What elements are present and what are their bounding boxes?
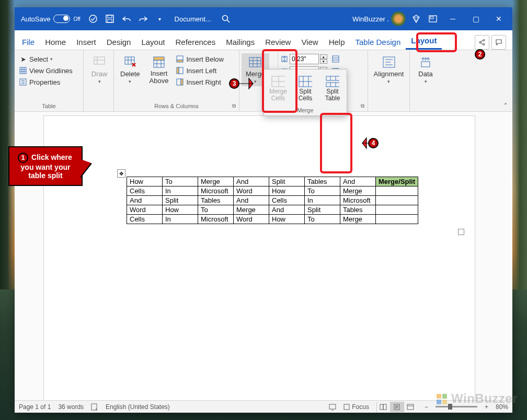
status-page[interactable]: Page 1 of 1: [19, 403, 51, 411]
insert-left-button[interactable]: Insert Left: [174, 65, 226, 76]
table-cell[interactable]: And: [269, 205, 305, 215]
table-cell[interactable]: And: [340, 177, 376, 186]
table-cell[interactable]: And: [234, 196, 269, 205]
table-cell[interactable]: Merge: [340, 215, 376, 224]
properties-button[interactable]: Properties: [17, 76, 81, 88]
table-cell[interactable]: Split: [269, 177, 305, 186]
insert-above-button[interactable]: Insert Above: [145, 53, 173, 87]
table-cell[interactable]: In: [163, 215, 198, 224]
table-row[interactable]: CellsInMicrosoftWordHowToMerge: [127, 186, 418, 196]
status-language[interactable]: English (United States): [106, 403, 170, 411]
table-cell[interactable]: [376, 205, 418, 215]
table-cell[interactable]: To: [305, 215, 340, 224]
status-display-settings[interactable]: [329, 403, 336, 411]
select-button[interactable]: ➤Select ▾: [17, 53, 81, 65]
table-cell[interactable]: In: [305, 196, 340, 205]
tab-insert[interactable]: Insert: [71, 33, 101, 50]
alignment-button[interactable]: Alignment▾: [370, 53, 407, 86]
table-cell[interactable]: [376, 196, 418, 205]
diamond-icon[interactable]: [408, 10, 425, 27]
tab-home[interactable]: Home: [40, 33, 71, 50]
table-row[interactable]: WordHowToMergeAndSplitTables: [127, 205, 418, 215]
table-cell[interactable]: Merge: [198, 177, 234, 186]
tab-table-layout[interactable]: Layout: [406, 32, 442, 50]
data-button[interactable]: Data▾: [412, 53, 439, 86]
height-input[interactable]: 0.23": [290, 54, 319, 64]
table-cell[interactable]: How: [163, 205, 198, 215]
table-cell[interactable]: To: [163, 177, 198, 186]
table-cell[interactable]: In: [163, 186, 198, 196]
tab-help[interactable]: Help: [324, 33, 350, 50]
search-icon[interactable]: [217, 10, 234, 27]
redo-button[interactable]: [135, 10, 152, 27]
table-row[interactable]: CellsInMicrosoftWordHowToMerge: [127, 215, 418, 224]
table-cell[interactable]: To: [305, 186, 340, 196]
status-words[interactable]: 36 words: [58, 403, 84, 411]
table-cell[interactable]: Word: [234, 186, 269, 196]
tab-review[interactable]: Review: [260, 33, 296, 50]
autosave-switch[interactable]: [53, 15, 70, 23]
insert-right-button[interactable]: Insert Right: [174, 76, 226, 88]
table-cell[interactable]: How: [269, 215, 305, 224]
distribute-rows-icon[interactable]: [331, 55, 340, 63]
rows-launcher[interactable]: ⧉: [232, 103, 236, 109]
collapse-ribbon-button[interactable]: ⌃: [503, 102, 508, 109]
table-header-cell[interactable]: Merge/Split: [376, 177, 418, 186]
table-cell[interactable]: Split: [305, 205, 340, 215]
sync-icon[interactable]: [85, 10, 101, 27]
tab-references[interactable]: References: [170, 33, 221, 50]
table-cell[interactable]: Split: [163, 196, 198, 205]
table-cell[interactable]: Tables: [198, 196, 234, 205]
split-cells-button[interactable]: Split Cells: [293, 72, 317, 105]
close-button[interactable]: ✕: [487, 7, 510, 30]
tab-layout[interactable]: Layout: [136, 33, 170, 50]
account-avatar[interactable]: [391, 11, 406, 26]
height-spinner[interactable]: ▴▾: [320, 54, 327, 64]
save-icon[interactable]: [101, 10, 118, 27]
tab-view[interactable]: View: [296, 33, 323, 50]
tab-design[interactable]: Design: [101, 33, 136, 50]
insert-below-button[interactable]: Insert Below: [174, 53, 226, 65]
table-cell[interactable]: [376, 215, 418, 224]
comments-button[interactable]: [491, 35, 506, 50]
table-cell[interactable]: How: [127, 177, 163, 186]
maximize-button[interactable]: ▢: [464, 7, 487, 30]
cellsize-launcher[interactable]: ⧉: [361, 103, 364, 109]
tab-table-design[interactable]: Table Design: [350, 33, 406, 50]
split-table-button[interactable]: Split Table: [320, 72, 345, 105]
status-focus[interactable]: Focus: [343, 403, 369, 411]
table-cell[interactable]: And: [127, 196, 163, 205]
table-cell[interactable]: And: [234, 177, 269, 186]
view-gridlines-button[interactable]: View Gridlines: [17, 65, 81, 76]
status-proofing-icon[interactable]: [91, 403, 98, 411]
table-cell[interactable]: Cells: [269, 196, 305, 205]
share-button[interactable]: [475, 35, 489, 50]
table-cell[interactable]: Merge: [234, 205, 269, 215]
table-row[interactable]: AndSplitTablesAndCellsInMicrosoft: [127, 196, 418, 205]
document-title[interactable]: Document...: [168, 15, 217, 23]
tab-mailings[interactable]: Mailings: [221, 33, 260, 50]
table-row[interactable]: How To Merge And Split Tables And Merge/…: [127, 177, 418, 186]
document-area[interactable]: ✥ How To Merge And Split Tables And Merg…: [15, 112, 512, 400]
autosave-toggle[interactable]: AutoSave Off: [17, 15, 85, 23]
table-move-handle[interactable]: ✥: [117, 169, 125, 178]
table-cell[interactable]: Tables: [340, 205, 376, 215]
table-cell[interactable]: To: [198, 205, 234, 215]
minimize-button[interactable]: ─: [441, 7, 464, 30]
view-web-button[interactable]: [404, 402, 417, 412]
table-cell[interactable]: How: [269, 186, 305, 196]
tab-file[interactable]: File: [17, 33, 40, 50]
account-name[interactable]: WinBuzzer .: [352, 15, 389, 23]
delete-button[interactable]: Delete▾: [116, 53, 144, 86]
table-resize-handle[interactable]: [458, 229, 464, 235]
qat-customize[interactable]: ▾: [152, 10, 168, 27]
zoom-out-button[interactable]: −: [425, 403, 428, 411]
table-cell[interactable]: Cells: [127, 186, 163, 196]
table-cell[interactable]: Cells: [127, 215, 163, 224]
table-cell[interactable]: Microsoft: [198, 186, 234, 196]
table-cell[interactable]: Merge: [340, 186, 376, 196]
table-cell[interactable]: Tables: [305, 177, 340, 186]
undo-button[interactable]: [118, 10, 135, 27]
table-cell[interactable]: Microsoft: [340, 196, 376, 205]
view-print-button[interactable]: [390, 402, 404, 412]
